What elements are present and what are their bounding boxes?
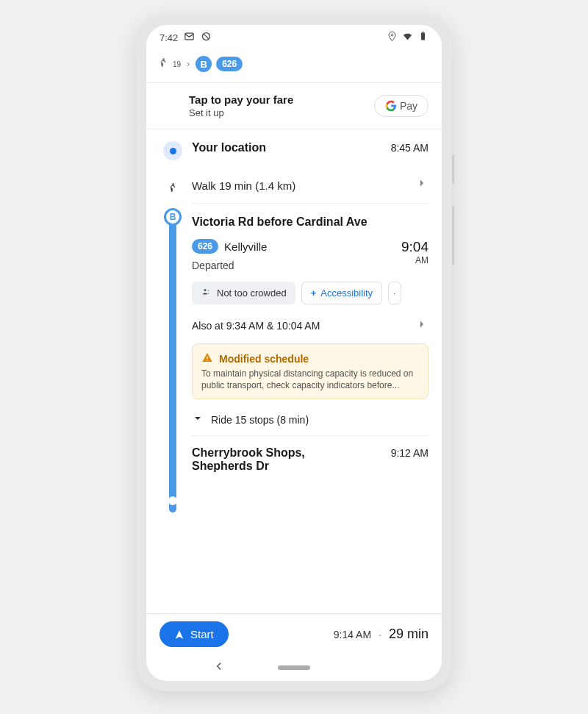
- route-chip: 626: [192, 239, 218, 254]
- start-label: Start: [190, 628, 214, 640]
- no-disturb-icon: [201, 31, 212, 44]
- bus-node-icon: B: [164, 208, 182, 226]
- walk-minutes: 19: [173, 60, 181, 68]
- crowd-chip[interactable]: Not too crowded: [192, 282, 295, 304]
- svg-rect-8: [207, 357, 207, 359]
- walk-label: Walk 19 min (1.4 km): [192, 179, 295, 192]
- bottom-bar: Start 9:14 AM · 29 min: [146, 613, 442, 654]
- walk-icon: [158, 57, 168, 71]
- pay-subtitle: Set it up: [189, 107, 293, 118]
- next-stop-time: 9:12 AM: [391, 447, 429, 459]
- plus-icon: +: [311, 288, 317, 299]
- svg-point-6: [204, 289, 207, 291]
- alert-title: Modified schedule: [219, 353, 309, 365]
- status-time: 7:42: [159, 32, 178, 43]
- also-at-row[interactable]: Also at 9:34 AM & 10:04 AM: [192, 304, 429, 343]
- walk-step[interactable]: Walk 19 min (1.4 km): [146, 165, 442, 204]
- back-button[interactable]: [212, 660, 226, 676]
- svg-point-7: [208, 290, 209, 291]
- status-bar: 7:42: [146, 25, 442, 50]
- location-icon: [387, 31, 398, 44]
- departure-status: Departed: [192, 260, 267, 271]
- alert-body: To maintain physical distancing capacity…: [201, 368, 419, 391]
- pay-fare-card[interactable]: Tap to pay your fare Set it up Pay: [146, 82, 442, 129]
- departure-ampm: AM: [401, 255, 429, 265]
- arrival-time: 9:14 AM: [334, 629, 371, 640]
- directions-list[interactable]: Your location 8:45 AM Walk 19 min (1.4 k…: [146, 129, 442, 613]
- svg-rect-2: [421, 33, 425, 40]
- accessibility-chip[interactable]: + Accessibility: [301, 282, 382, 304]
- chevron-right-icon: [415, 318, 429, 333]
- walk-icon: [163, 178, 182, 197]
- warning-icon: [201, 351, 213, 365]
- pay-label: Pay: [400, 100, 417, 112]
- also-at-label: Also at 9:34 AM & 10:04 AM: [192, 320, 320, 332]
- origin-time: 8:45 AM: [391, 142, 429, 154]
- route-destination: Kellyville: [224, 240, 267, 253]
- chevron-down-icon: [192, 413, 204, 426]
- chevron-right-icon: ›: [187, 59, 190, 69]
- bus-mode-badge: B: [196, 56, 212, 72]
- google-pay-button[interactable]: Pay: [374, 95, 429, 117]
- next-stop-name: Cherrybrook Shops, Shepherds Dr: [192, 446, 361, 473]
- route-summary: 19 › B 626: [146, 50, 442, 82]
- trip-duration: 29 min: [389, 626, 429, 642]
- origin-marker-icon: [163, 141, 182, 160]
- google-logo-icon: [385, 100, 397, 112]
- navigate-icon: [174, 629, 184, 640]
- home-pill[interactable]: [278, 665, 310, 670]
- chevron-right-icon: [415, 176, 429, 193]
- more-chip[interactable]: ·: [388, 282, 401, 304]
- service-alert[interactable]: Modified schedule To maintain physical d…: [192, 343, 429, 399]
- bus-route-chip: 626: [216, 57, 243, 71]
- svg-rect-3: [422, 32, 424, 32]
- people-icon: [201, 288, 212, 299]
- pay-title: Tap to pay your fare: [189, 93, 293, 106]
- crowd-label: Not too crowded: [217, 288, 287, 299]
- accessibility-label: Accessibility: [320, 288, 373, 299]
- wifi-icon: [402, 31, 413, 44]
- mail-icon: [184, 31, 195, 44]
- departure-time: 9:04: [401, 239, 429, 255]
- start-button[interactable]: Start: [159, 621, 229, 647]
- svg-rect-9: [207, 360, 207, 360]
- ride-summary[interactable]: Ride 15 stops (8 min): [192, 405, 429, 432]
- svg-point-4: [162, 58, 164, 60]
- battery-icon: [417, 31, 429, 44]
- system-nav-bar: [146, 654, 442, 681]
- origin-label: Your location: [192, 141, 266, 154]
- ride-label: Ride 15 stops (8 min): [211, 414, 309, 426]
- boarding-stop-name: Victoria Rd before Cardinal Ave: [192, 215, 429, 229]
- svg-point-5: [172, 183, 173, 185]
